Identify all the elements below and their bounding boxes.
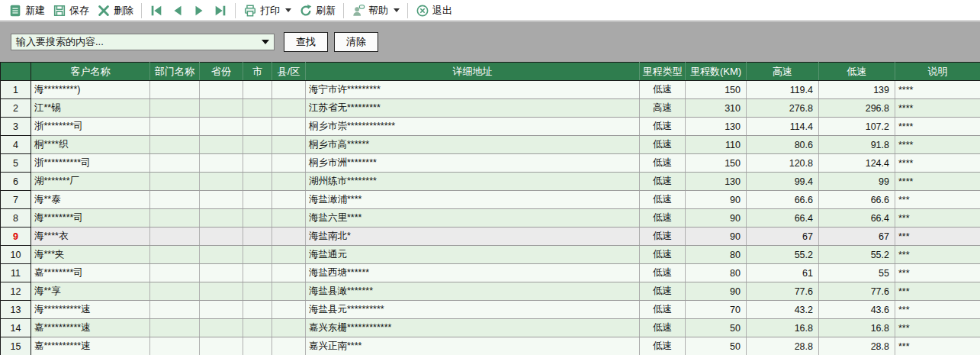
cell-province[interactable] [200, 191, 243, 209]
cell-city[interactable] [243, 282, 272, 301]
cell-department[interactable] [150, 209, 200, 228]
last-record-button[interactable] [210, 2, 231, 19]
table-row[interactable]: 8海********司海盐六里****低速9066.466.4*** [1, 209, 980, 228]
cell-department[interactable] [150, 319, 200, 337]
exit-button[interactable]: 退出 [412, 2, 456, 19]
cell-county[interactable] [272, 173, 306, 191]
cell-province[interactable] [200, 228, 243, 246]
cell-customer[interactable]: 海****衣 [31, 228, 150, 246]
cell-lowspeed[interactable]: 296.8 [819, 99, 895, 118]
cell-mileage-km[interactable]: 80 [686, 264, 747, 282]
cell-mileage-km[interactable]: 50 [686, 319, 747, 337]
row-number[interactable]: 9 [1, 228, 31, 246]
cell-note[interactable]: **** [895, 118, 980, 136]
table-row[interactable]: 12海**享海盐县澉*******低速9077.677.6*** [1, 282, 980, 301]
cell-city[interactable] [243, 118, 272, 136]
column-header-province[interactable]: 省份 [200, 63, 243, 81]
cell-customer[interactable]: 嘉********司 [31, 264, 150, 282]
cell-province[interactable] [200, 118, 243, 136]
cell-mileage-type[interactable]: 低速 [640, 301, 686, 319]
cell-note[interactable]: **** [895, 154, 980, 173]
row-number[interactable]: 10 [1, 246, 31, 264]
cell-customer[interactable]: 海**********速 [31, 301, 150, 319]
cell-highway[interactable]: 119.4 [747, 81, 819, 99]
cell-address[interactable]: 桐乡市崇************* [306, 118, 640, 136]
cell-highway[interactable]: 120.8 [747, 154, 819, 173]
cell-note[interactable]: **** [895, 136, 980, 154]
cell-highway[interactable]: 55.2 [747, 246, 819, 264]
cell-county[interactable] [272, 99, 306, 118]
cell-province[interactable] [200, 246, 243, 264]
cell-province[interactable] [200, 301, 243, 319]
cell-department[interactable] [150, 118, 200, 136]
cell-highway[interactable]: 16.8 [747, 319, 819, 337]
cell-province[interactable] [200, 99, 243, 118]
cell-city[interactable] [243, 228, 272, 246]
search-combobox[interactable]: 输入要搜索的内容... [11, 34, 275, 50]
cell-mileage-km[interactable]: 70 [686, 301, 747, 319]
cell-city[interactable] [243, 246, 272, 264]
row-number[interactable]: 3 [1, 118, 31, 136]
cell-lowspeed[interactable]: 91.8 [819, 136, 895, 154]
cell-lowspeed[interactable]: 107.2 [819, 118, 895, 136]
cell-note[interactable]: *** [895, 246, 980, 264]
table-row[interactable]: 10海***夹海盐通元低速8055.255.2*** [1, 246, 980, 264]
cell-customer[interactable]: 嘉**********速 [31, 337, 150, 355]
cell-address[interactable]: 海盐县澉******* [306, 282, 640, 301]
cell-department[interactable] [150, 99, 200, 118]
cell-county[interactable] [272, 136, 306, 154]
cell-province[interactable] [200, 209, 243, 228]
cell-lowspeed[interactable]: 55 [819, 264, 895, 282]
cell-province[interactable] [200, 154, 243, 173]
cell-customer[interactable]: 海**泰 [31, 191, 150, 209]
cell-note[interactable]: *** [895, 228, 980, 246]
cell-address[interactable]: 海盐澉浦**** [306, 191, 640, 209]
column-header-mileage-type[interactable]: 里程类型 [640, 63, 686, 81]
cell-city[interactable] [243, 154, 272, 173]
cell-lowspeed[interactable]: 28.8 [819, 337, 895, 355]
table-row[interactable]: 14嘉**********速嘉兴东栅************低速5016.816… [1, 319, 980, 337]
cell-customer[interactable]: 浙********司 [31, 118, 150, 136]
cell-lowspeed[interactable]: 77.6 [819, 282, 895, 301]
cell-department[interactable] [150, 154, 200, 173]
find-button[interactable]: 查找 [284, 32, 328, 52]
cell-address[interactable]: 海盐西塘****** [306, 264, 640, 282]
cell-note[interactable]: *** [895, 191, 980, 209]
cell-city[interactable] [243, 319, 272, 337]
cell-mileage-km[interactable]: 80 [686, 246, 747, 264]
cell-address[interactable]: 海宁市许********* [306, 81, 640, 99]
cell-county[interactable] [272, 191, 306, 209]
cell-lowspeed[interactable]: 16.8 [819, 319, 895, 337]
row-number[interactable]: 8 [1, 209, 31, 228]
cell-city[interactable] [243, 337, 272, 355]
cell-customer[interactable]: 海********司 [31, 209, 150, 228]
cell-note[interactable]: **** [895, 173, 980, 191]
column-header-address[interactable]: 详细地址 [306, 63, 640, 81]
table-row[interactable]: 9海****衣海盐南北*低速906767*** [1, 228, 980, 246]
table-row[interactable]: 1海*********)海宁市许*********低速150119.4139**… [1, 81, 980, 99]
cell-address[interactable]: 嘉兴东栅************ [306, 319, 640, 337]
cell-county[interactable] [272, 301, 306, 319]
cell-mileage-type[interactable]: 低速 [640, 228, 686, 246]
cell-mileage-type[interactable]: 低速 [640, 264, 686, 282]
cell-mileage-km[interactable]: 50 [686, 337, 747, 355]
column-header-department[interactable]: 部门名称 [150, 63, 200, 81]
cell-lowspeed[interactable]: 67 [819, 228, 895, 246]
refresh-button[interactable]: 刷新 [295, 2, 339, 19]
cell-note[interactable]: *** [895, 319, 980, 337]
cell-city[interactable] [243, 81, 272, 99]
cell-county[interactable] [272, 319, 306, 337]
cell-highway[interactable]: 66.4 [747, 209, 819, 228]
cell-department[interactable] [150, 136, 200, 154]
previous-record-button[interactable] [167, 2, 188, 19]
cell-address[interactable]: 嘉兴正南**** [306, 337, 640, 355]
cell-city[interactable] [243, 136, 272, 154]
cell-department[interactable] [150, 264, 200, 282]
cell-customer[interactable]: 海***夹 [31, 246, 150, 264]
help-dropdown-caret-icon[interactable] [394, 8, 400, 12]
cell-note[interactable]: *** [895, 209, 980, 228]
cell-mileage-km[interactable]: 310 [686, 99, 747, 118]
cell-lowspeed[interactable]: 66.4 [819, 209, 895, 228]
cell-lowspeed[interactable]: 124.4 [819, 154, 895, 173]
cell-county[interactable] [272, 264, 306, 282]
